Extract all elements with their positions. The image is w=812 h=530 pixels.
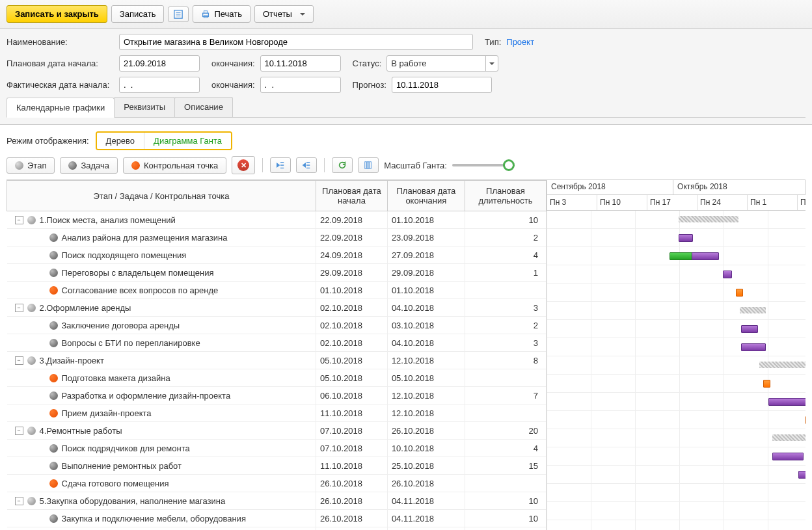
plan-start-input[interactable] [119, 55, 200, 72]
gantt-bar-milestone[interactable] [736, 289, 743, 297]
gantt-bar-stage[interactable] [679, 216, 738, 222]
table-row[interactable]: −4.Ремонтные работы07.10.201826.10.20182… [7, 422, 547, 440]
table-row[interactable]: Переговоры с владельцем помещения29.09.2… [7, 264, 547, 282]
row-dur: 20 [465, 422, 546, 440]
gantt-bar-task[interactable] [692, 252, 719, 260]
task-icon [68, 161, 77, 170]
row-start: 29.10.2018 [316, 527, 388, 531]
gantt-bar-milestone[interactable] [763, 380, 770, 388]
th-end: Плановая дата окончания [387, 181, 465, 211]
row-end: 12.10.2018 [387, 352, 465, 369]
gantt-row [547, 247, 805, 265]
indent-button[interactable] [296, 157, 317, 173]
table-row[interactable]: Выполнение ремонтных работ11.10.201825.1… [7, 457, 547, 475]
type-link[interactable]: Проект [506, 37, 534, 47]
table-row[interactable]: Подготовка макета дизайна05.10.201805.10… [7, 369, 547, 387]
action-row: Этап Задача Контрольная точка ✕ Масштаб … [0, 154, 812, 179]
save-button[interactable]: Записать [111, 5, 165, 23]
collapse-icon[interactable]: − [15, 304, 23, 312]
viewmode-bar: Режим отображения: Дерево Диаграмма Гант… [0, 125, 812, 154]
collapse-icon[interactable]: − [15, 356, 23, 365]
row-start: 02.10.2018 [316, 317, 388, 334]
gantt-row [547, 447, 805, 466]
list-icon [174, 10, 183, 19]
list-button[interactable] [168, 7, 189, 22]
table-row[interactable]: Прием дизайн-проекта11.10.201812.10.2018 [7, 404, 547, 422]
gantt-row [547, 520, 805, 530]
status-select[interactable]: В работе [386, 55, 498, 72]
outdent-button[interactable] [270, 157, 291, 173]
add-stage-button[interactable]: Этап [7, 157, 55, 174]
gantt-bar-task[interactable] [772, 453, 804, 460]
gantt-bar-task[interactable] [798, 471, 805, 479]
milestone-icon [49, 286, 58, 295]
table-row[interactable]: −2.Оформление аренды02.10.201804.10.2018… [7, 299, 547, 317]
delete-button[interactable]: ✕ [232, 156, 255, 174]
gantt-scale-slider[interactable] [452, 164, 511, 166]
refresh-button[interactable] [332, 157, 353, 173]
gantt-bar-task[interactable] [741, 325, 758, 333]
main-toolbar: Записать и закрыть Записать Печать Отчет… [0, 0, 812, 29]
row-end: 29.09.2018 [387, 264, 465, 282]
row-dur [465, 369, 546, 387]
chevron-down-icon [485, 56, 498, 71]
row-start: 26.10.2018 [316, 492, 388, 510]
viewmode-gantt[interactable]: Диаграмма Ганта [144, 133, 231, 149]
task-icon [49, 339, 58, 347]
gantt-bar-task[interactable] [741, 343, 766, 351]
gantt-bar-stage[interactable] [759, 362, 805, 368]
print-button[interactable]: Печать [193, 5, 250, 23]
row-end: 01.10.2018 [387, 282, 465, 299]
add-milestone-button[interactable]: Контрольная точка [123, 157, 226, 174]
plan-start-label: Плановая дата начала: [7, 59, 114, 68]
gantt-bar-task[interactable] [679, 234, 693, 242]
plan-end-input[interactable] [260, 55, 341, 72]
add-task-button[interactable]: Задача [60, 157, 118, 174]
row-start: 02.10.2018 [316, 299, 388, 317]
settings-button[interactable] [358, 157, 379, 173]
forecast-input[interactable] [392, 77, 492, 93]
reports-button[interactable]: Отчеты [254, 5, 314, 23]
row-end: 26.10.2018 [387, 475, 465, 492]
tab-details[interactable]: Реквизиты [114, 97, 175, 117]
gantt-bar-stage[interactable] [772, 434, 805, 441]
table-row[interactable]: Наполнение полок29.10.201802.11.20185 [7, 527, 547, 531]
row-end: 10.10.2018 [387, 440, 465, 457]
table-row[interactable]: Заключение договора аренды02.10.201803.1… [7, 317, 547, 334]
collapse-icon[interactable]: − [15, 216, 23, 224]
gantt-month: Октябрь 2018 [673, 180, 805, 194]
gantt-bar-task[interactable] [768, 398, 805, 406]
tasks-table: Этап / Задача / Контрольная точка Планов… [7, 180, 547, 530]
name-input[interactable] [119, 34, 473, 50]
gantt-bar-stage[interactable] [740, 307, 766, 313]
row-dur: 10 [465, 211, 546, 229]
slider-handle[interactable] [503, 159, 515, 171]
table-row[interactable]: −3.Дизайн-проект05.10.201812.10.20188 [7, 352, 547, 369]
fact-start-input[interactable] [119, 77, 200, 93]
row-end: 27.09.2018 [387, 246, 465, 264]
table-row[interactable]: −1.Поиск места, анализ помещений22.09.20… [7, 211, 547, 229]
tab-schedule[interactable]: Календарные графики [7, 98, 115, 118]
table-row[interactable]: Сдача готового помещения26.10.201826.10.… [7, 475, 547, 492]
stage-icon [15, 161, 23, 170]
table-row[interactable]: Закупка и подключение мебели, оборудован… [7, 510, 547, 527]
table-row[interactable]: Анализ района для размещения магазина22.… [7, 229, 547, 246]
fact-end-input[interactable] [260, 77, 341, 93]
collapse-icon[interactable]: − [15, 497, 23, 505]
tab-description[interactable]: Описание [174, 97, 233, 117]
table-row[interactable]: −5.Закупка оборудования, наполнение мага… [7, 492, 547, 510]
table-row[interactable]: Согласование всех вопросов по аренде01.1… [7, 282, 547, 299]
print-icon [201, 10, 210, 19]
collapse-icon[interactable]: − [15, 427, 23, 435]
plan-end-label: окончания: [211, 59, 255, 68]
table-row[interactable]: Разработка и оформление дизайн-проекта06… [7, 387, 547, 404]
row-start: 24.09.2018 [316, 246, 388, 264]
table-row[interactable]: Поиск подходящего помещения24.09.201827.… [7, 246, 547, 264]
gantt-bar-task[interactable] [723, 271, 732, 278]
table-row[interactable]: Поиск подрядчиков для ремонта07.10.20181… [7, 440, 547, 457]
gantt-bar-milestone[interactable] [805, 416, 805, 424]
table-row[interactable]: Вопросы с БТИ по перепланировке02.10.201… [7, 334, 547, 352]
viewmode-tree[interactable]: Дерево [97, 133, 144, 149]
row-start: 01.10.2018 [316, 282, 388, 299]
save-close-button[interactable]: Записать и закрыть [7, 5, 107, 23]
